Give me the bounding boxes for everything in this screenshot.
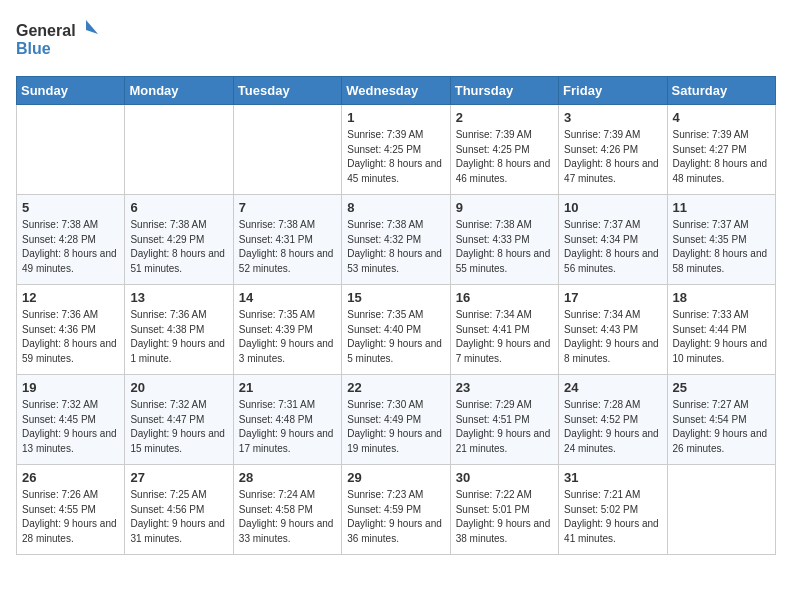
calendar-cell: 23Sunrise: 7:29 AMSunset: 4:51 PMDayligh… xyxy=(450,375,558,465)
calendar-cell: 30Sunrise: 7:22 AMSunset: 5:01 PMDayligh… xyxy=(450,465,558,555)
calendar-cell: 12Sunrise: 7:36 AMSunset: 4:36 PMDayligh… xyxy=(17,285,125,375)
calendar-header: SundayMondayTuesdayWednesdayThursdayFrid… xyxy=(17,77,776,105)
day-number: 7 xyxy=(239,200,336,215)
calendar-cell: 14Sunrise: 7:35 AMSunset: 4:39 PMDayligh… xyxy=(233,285,341,375)
day-number: 21 xyxy=(239,380,336,395)
day-number: 14 xyxy=(239,290,336,305)
calendar-cell: 11Sunrise: 7:37 AMSunset: 4:35 PMDayligh… xyxy=(667,195,775,285)
calendar-cell: 24Sunrise: 7:28 AMSunset: 4:52 PMDayligh… xyxy=(559,375,667,465)
day-info: Sunrise: 7:31 AMSunset: 4:48 PMDaylight:… xyxy=(239,398,336,456)
calendar-cell: 28Sunrise: 7:24 AMSunset: 4:58 PMDayligh… xyxy=(233,465,341,555)
calendar-cell: 2Sunrise: 7:39 AMSunset: 4:25 PMDaylight… xyxy=(450,105,558,195)
day-number: 31 xyxy=(564,470,661,485)
day-number: 2 xyxy=(456,110,553,125)
day-info: Sunrise: 7:38 AMSunset: 4:31 PMDaylight:… xyxy=(239,218,336,276)
day-number: 30 xyxy=(456,470,553,485)
day-number: 26 xyxy=(22,470,119,485)
day-number: 4 xyxy=(673,110,770,125)
weekday-header: Wednesday xyxy=(342,77,450,105)
calendar-cell: 25Sunrise: 7:27 AMSunset: 4:54 PMDayligh… xyxy=(667,375,775,465)
day-info: Sunrise: 7:38 AMSunset: 4:32 PMDaylight:… xyxy=(347,218,444,276)
calendar-cell xyxy=(125,105,233,195)
calendar-cell: 9Sunrise: 7:38 AMSunset: 4:33 PMDaylight… xyxy=(450,195,558,285)
calendar-table: SundayMondayTuesdayWednesdayThursdayFrid… xyxy=(16,76,776,555)
day-number: 16 xyxy=(456,290,553,305)
day-number: 10 xyxy=(564,200,661,215)
day-info: Sunrise: 7:39 AMSunset: 4:26 PMDaylight:… xyxy=(564,128,661,186)
day-number: 24 xyxy=(564,380,661,395)
day-number: 17 xyxy=(564,290,661,305)
svg-marker-2 xyxy=(86,20,98,34)
calendar-cell: 26Sunrise: 7:26 AMSunset: 4:55 PMDayligh… xyxy=(17,465,125,555)
calendar-cell: 10Sunrise: 7:37 AMSunset: 4:34 PMDayligh… xyxy=(559,195,667,285)
day-info: Sunrise: 7:37 AMSunset: 4:35 PMDaylight:… xyxy=(673,218,770,276)
weekday-header: Monday xyxy=(125,77,233,105)
day-info: Sunrise: 7:39 AMSunset: 4:27 PMDaylight:… xyxy=(673,128,770,186)
day-info: Sunrise: 7:38 AMSunset: 4:28 PMDaylight:… xyxy=(22,218,119,276)
day-info: Sunrise: 7:25 AMSunset: 4:56 PMDaylight:… xyxy=(130,488,227,546)
weekday-header: Friday xyxy=(559,77,667,105)
calendar-cell: 17Sunrise: 7:34 AMSunset: 4:43 PMDayligh… xyxy=(559,285,667,375)
svg-text:Blue: Blue xyxy=(16,40,51,57)
calendar-cell: 27Sunrise: 7:25 AMSunset: 4:56 PMDayligh… xyxy=(125,465,233,555)
day-info: Sunrise: 7:24 AMSunset: 4:58 PMDaylight:… xyxy=(239,488,336,546)
calendar-cell: 22Sunrise: 7:30 AMSunset: 4:49 PMDayligh… xyxy=(342,375,450,465)
weekday-header: Tuesday xyxy=(233,77,341,105)
day-number: 20 xyxy=(130,380,227,395)
calendar-week-row: 12Sunrise: 7:36 AMSunset: 4:36 PMDayligh… xyxy=(17,285,776,375)
day-info: Sunrise: 7:37 AMSunset: 4:34 PMDaylight:… xyxy=(564,218,661,276)
calendar-week-row: 26Sunrise: 7:26 AMSunset: 4:55 PMDayligh… xyxy=(17,465,776,555)
weekday-header: Sunday xyxy=(17,77,125,105)
weekday-header: Saturday xyxy=(667,77,775,105)
day-info: Sunrise: 7:35 AMSunset: 4:40 PMDaylight:… xyxy=(347,308,444,366)
weekday-header-row: SundayMondayTuesdayWednesdayThursdayFrid… xyxy=(17,77,776,105)
calendar-week-row: 1Sunrise: 7:39 AMSunset: 4:25 PMDaylight… xyxy=(17,105,776,195)
day-number: 23 xyxy=(456,380,553,395)
day-info: Sunrise: 7:28 AMSunset: 4:52 PMDaylight:… xyxy=(564,398,661,456)
day-info: Sunrise: 7:39 AMSunset: 4:25 PMDaylight:… xyxy=(347,128,444,186)
page-header: General Blue xyxy=(16,16,776,64)
calendar-cell: 16Sunrise: 7:34 AMSunset: 4:41 PMDayligh… xyxy=(450,285,558,375)
day-number: 9 xyxy=(456,200,553,215)
calendar-cell: 19Sunrise: 7:32 AMSunset: 4:45 PMDayligh… xyxy=(17,375,125,465)
calendar-cell: 3Sunrise: 7:39 AMSunset: 4:26 PMDaylight… xyxy=(559,105,667,195)
day-number: 25 xyxy=(673,380,770,395)
calendar-cell: 20Sunrise: 7:32 AMSunset: 4:47 PMDayligh… xyxy=(125,375,233,465)
logo-svg: General Blue xyxy=(16,16,106,64)
day-info: Sunrise: 7:32 AMSunset: 4:47 PMDaylight:… xyxy=(130,398,227,456)
day-info: Sunrise: 7:26 AMSunset: 4:55 PMDaylight:… xyxy=(22,488,119,546)
day-number: 3 xyxy=(564,110,661,125)
day-number: 8 xyxy=(347,200,444,215)
logo: General Blue xyxy=(16,16,106,64)
day-number: 15 xyxy=(347,290,444,305)
day-number: 19 xyxy=(22,380,119,395)
calendar-body: 1Sunrise: 7:39 AMSunset: 4:25 PMDaylight… xyxy=(17,105,776,555)
calendar-cell: 7Sunrise: 7:38 AMSunset: 4:31 PMDaylight… xyxy=(233,195,341,285)
day-info: Sunrise: 7:38 AMSunset: 4:33 PMDaylight:… xyxy=(456,218,553,276)
day-info: Sunrise: 7:22 AMSunset: 5:01 PMDaylight:… xyxy=(456,488,553,546)
day-number: 27 xyxy=(130,470,227,485)
day-info: Sunrise: 7:33 AMSunset: 4:44 PMDaylight:… xyxy=(673,308,770,366)
day-number: 1 xyxy=(347,110,444,125)
svg-text:General: General xyxy=(16,22,76,39)
weekday-header: Thursday xyxy=(450,77,558,105)
day-info: Sunrise: 7:21 AMSunset: 5:02 PMDaylight:… xyxy=(564,488,661,546)
calendar-cell xyxy=(233,105,341,195)
day-number: 13 xyxy=(130,290,227,305)
calendar-week-row: 5Sunrise: 7:38 AMSunset: 4:28 PMDaylight… xyxy=(17,195,776,285)
day-info: Sunrise: 7:35 AMSunset: 4:39 PMDaylight:… xyxy=(239,308,336,366)
calendar-cell: 15Sunrise: 7:35 AMSunset: 4:40 PMDayligh… xyxy=(342,285,450,375)
day-info: Sunrise: 7:23 AMSunset: 4:59 PMDaylight:… xyxy=(347,488,444,546)
day-info: Sunrise: 7:32 AMSunset: 4:45 PMDaylight:… xyxy=(22,398,119,456)
day-number: 12 xyxy=(22,290,119,305)
calendar-cell: 29Sunrise: 7:23 AMSunset: 4:59 PMDayligh… xyxy=(342,465,450,555)
day-number: 18 xyxy=(673,290,770,305)
day-number: 29 xyxy=(347,470,444,485)
calendar-cell xyxy=(17,105,125,195)
day-info: Sunrise: 7:27 AMSunset: 4:54 PMDaylight:… xyxy=(673,398,770,456)
calendar-cell: 18Sunrise: 7:33 AMSunset: 4:44 PMDayligh… xyxy=(667,285,775,375)
day-info: Sunrise: 7:34 AMSunset: 4:43 PMDaylight:… xyxy=(564,308,661,366)
day-info: Sunrise: 7:29 AMSunset: 4:51 PMDaylight:… xyxy=(456,398,553,456)
day-info: Sunrise: 7:36 AMSunset: 4:38 PMDaylight:… xyxy=(130,308,227,366)
calendar-cell: 31Sunrise: 7:21 AMSunset: 5:02 PMDayligh… xyxy=(559,465,667,555)
